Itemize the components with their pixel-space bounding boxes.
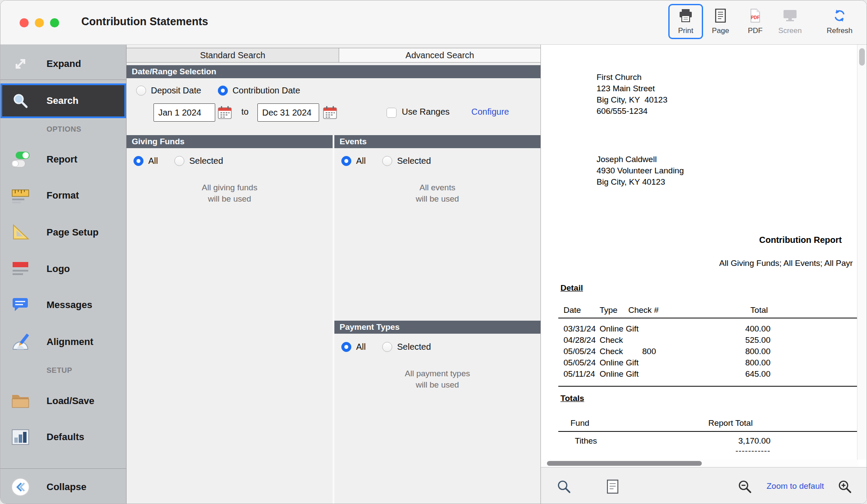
document-icon xyxy=(606,489,619,495)
giving-funds-all-option[interactable]: All xyxy=(133,156,158,166)
print-button[interactable]: Print xyxy=(668,4,703,39)
giving-funds-note: All giving funds will be used xyxy=(127,182,333,205)
search-tabs: Standard Search Advanced Search xyxy=(127,48,540,63)
payment-types-section-header: Payment Types xyxy=(334,321,540,334)
giving-funds-section-header: Giving Funds xyxy=(127,135,333,148)
events-selected-label: Selected xyxy=(397,156,431,166)
page-title: Contribution Statements xyxy=(81,15,208,28)
payment-types-radio-row: All Selected xyxy=(341,340,447,353)
sidebar-item-format[interactable]: Format xyxy=(0,181,126,210)
preview-search-button[interactable] xyxy=(557,479,571,495)
sidebar-divider xyxy=(0,80,126,80)
col-header-total: Total xyxy=(718,305,768,315)
page-setup-triangle-icon xyxy=(7,224,33,241)
events-section-header: Events xyxy=(334,135,540,148)
minimize-window-button[interactable] xyxy=(35,18,44,27)
defaults-label: Defaults xyxy=(47,431,84,443)
recipient-street: 4930 Volunteer Landing xyxy=(597,165,684,176)
search-icon xyxy=(7,92,33,109)
sidebar-item-logo[interactable]: Logo xyxy=(0,255,126,283)
zoom-out-button[interactable] xyxy=(737,479,752,495)
toolbar: Print Page xyxy=(668,4,857,39)
screen-button[interactable]: Screen xyxy=(773,4,807,39)
zoom-in-button[interactable] xyxy=(837,479,852,495)
page-button[interactable]: Page xyxy=(703,4,738,39)
screen-icon xyxy=(782,9,798,24)
report-filters-line: All Giving Funds; All Events; All Payr xyxy=(719,259,853,268)
zoom-window-button[interactable] xyxy=(50,18,59,27)
zoom-out-icon xyxy=(737,489,752,495)
pdf-button[interactable]: PDF PDF xyxy=(738,4,773,39)
deposit-date-option[interactable]: Deposit Date xyxy=(136,86,201,96)
sidebar-item-expand[interactable]: Expand xyxy=(0,50,126,78)
collapse-label: Collapse xyxy=(47,481,87,493)
payment-types-all-option[interactable]: All xyxy=(341,342,366,352)
load-save-label: Load/Save xyxy=(47,395,94,407)
messages-label: Messages xyxy=(47,299,92,311)
table-row: 04/28/24 Check 525.00 xyxy=(541,335,858,347)
totals-heading: Totals xyxy=(560,394,584,403)
pdf-label: PDF xyxy=(748,27,763,35)
end-date-calendar-button[interactable] xyxy=(322,106,338,120)
col-header-check: Check # xyxy=(628,305,659,315)
page-icon xyxy=(714,9,727,24)
events-all-radio xyxy=(341,156,351,166)
page-setup-label: Page Setup xyxy=(47,227,99,238)
vertical-scrollbar-thumb[interactable] xyxy=(859,48,865,66)
start-date-input[interactable] xyxy=(153,103,215,122)
end-date-input[interactable] xyxy=(257,103,319,122)
sidebar: Expand Search OPTIONS Repo xyxy=(0,45,127,504)
preview-toolbar: Zoom to default xyxy=(541,467,867,504)
close-window-button[interactable] xyxy=(20,18,29,27)
row-check: 800 xyxy=(642,347,656,356)
date-to-label: to xyxy=(241,107,249,117)
giving-funds-selected-label: Selected xyxy=(189,156,223,166)
contribution-date-option[interactable]: Contribution Date xyxy=(218,86,300,96)
row-date: 05/05/24 xyxy=(564,347,596,356)
row-type: Online Gift xyxy=(600,324,639,334)
zoom-to-default-link[interactable]: Zoom to default xyxy=(758,481,832,491)
recipient-name: Joseph Caldwell xyxy=(597,154,684,165)
configure-link[interactable]: Configure xyxy=(471,107,509,117)
church-city: Big City, KY 40123 xyxy=(597,94,667,106)
events-all-option[interactable]: All xyxy=(341,156,366,166)
calendar-icon xyxy=(323,114,337,121)
sidebar-item-load-save[interactable]: Load/Save xyxy=(0,387,126,415)
totals-row: Tithes 3,170.00 xyxy=(541,436,858,448)
sidebar-item-page-setup[interactable]: Page Setup xyxy=(0,218,126,247)
tab-advanced-search[interactable]: Advanced Search xyxy=(339,48,540,62)
vertical-scrollbar[interactable] xyxy=(857,45,867,460)
report-preview-panel: First Church 123 Main Street Big City, K… xyxy=(540,45,867,504)
recipient-address-block: Joseph Caldwell 4930 Volunteer Landing B… xyxy=(597,154,684,188)
payment-types-all-label: All xyxy=(356,342,366,352)
sidebar-item-search[interactable]: Search xyxy=(0,83,126,118)
contribution-date-label: Contribution Date xyxy=(233,86,300,96)
row-type: Online Gift xyxy=(600,358,639,368)
sidebar-item-alignment[interactable]: Alignment xyxy=(0,328,126,356)
horizontal-scrollbar-thumb[interactable] xyxy=(547,461,702,466)
events-note-line1: All events xyxy=(334,182,540,193)
payment-types-selected-radio xyxy=(382,342,392,352)
screen-label: Screen xyxy=(778,27,802,35)
folder-icon xyxy=(7,392,33,410)
use-ranges-label: Use Ranges xyxy=(402,107,450,117)
giving-funds-selected-option[interactable]: Selected xyxy=(174,156,223,166)
sidebar-item-messages[interactable]: Messages xyxy=(0,291,126,319)
horizontal-scrollbar[interactable] xyxy=(541,460,858,467)
preview-page-view-button[interactable] xyxy=(606,479,619,495)
start-date-calendar-button[interactable] xyxy=(217,106,233,120)
use-ranges-checkbox[interactable] xyxy=(387,108,397,118)
payment-types-selected-option[interactable]: Selected xyxy=(382,342,431,352)
row-total: 800.00 xyxy=(718,347,770,356)
refresh-button[interactable]: Refresh xyxy=(822,4,857,39)
sidebar-item-collapse[interactable]: Collapse xyxy=(0,473,126,501)
church-address-block: First Church 123 Main Street Big City, K… xyxy=(597,72,667,117)
tab-standard-search[interactable]: Standard Search xyxy=(127,48,339,62)
events-selected-option[interactable]: Selected xyxy=(382,156,431,166)
refresh-label: Refresh xyxy=(827,27,853,35)
col-header-type: Type xyxy=(600,305,617,315)
payment-types-note-line1: All payment types xyxy=(334,368,540,379)
row-total: 400.00 xyxy=(718,324,770,334)
sidebar-item-report[interactable]: Report xyxy=(0,145,126,174)
sidebar-item-defaults[interactable]: Defaults xyxy=(0,423,126,451)
